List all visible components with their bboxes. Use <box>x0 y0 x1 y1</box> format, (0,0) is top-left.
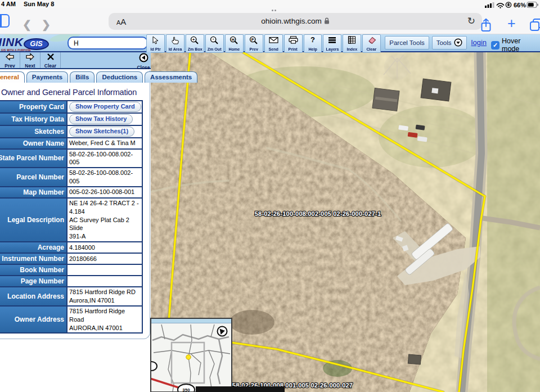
search-input[interactable] <box>68 37 148 49</box>
zoom-out-button[interactable]: - Zm Out <box>205 34 224 53</box>
hover-mode-checkbox[interactable]: ✓ <box>491 41 500 49</box>
table-row: Property Card Show Property Card <box>0 101 142 113</box>
status-indicator-dots <box>272 3 280 6</box>
table-row: Acreage 4.184000 <box>0 242 142 253</box>
overview-inset-map[interactable]: 350 <box>150 318 232 392</box>
inset-map: 350 <box>151 323 231 391</box>
row-label: Acreage <box>0 244 66 251</box>
url-text: ohioin.wthgis.com <box>261 17 321 25</box>
reload-button[interactable]: ↻ <box>467 15 475 27</box>
row-label: Location Address <box>0 292 66 300</box>
x-icon <box>47 53 55 63</box>
table-row: Page Number <box>0 276 142 287</box>
battery-icon <box>527 2 538 8</box>
login-link[interactable]: login <box>471 38 487 47</box>
tab-bills[interactable]: Bills <box>70 71 94 83</box>
tab-payments[interactable]: Payments <box>26 71 68 83</box>
layers-button[interactable]: Layers <box>323 34 341 53</box>
chevron-down-icon <box>454 38 462 48</box>
row-label: Owner Name <box>0 139 66 147</box>
row-value: 7815 Hartford Ridge RD Aurora,IN 47001 <box>67 287 142 306</box>
row-value: 7815 Hartford Ridge Road AURORA,IN 47001 <box>67 306 142 334</box>
table-row: Owner Name Weber, Fred C & Tina M <box>0 138 142 149</box>
thinkgis-logo: HINKGIS GIS WITH A PURPOSE <box>0 35 49 52</box>
new-tab-button[interactable]: + <box>507 15 516 31</box>
tab-deductions[interactable]: Deductions <box>96 71 143 83</box>
table-row: Sketches Show Sketches(1) <box>0 125 142 138</box>
zoom-box-button[interactable]: + Zm Box <box>186 34 204 53</box>
status-date: Sun May 8 <box>24 1 54 7</box>
forward-button[interactable]: ❯ <box>42 18 51 31</box>
row-label: Property Card <box>0 103 66 111</box>
table-row: Owner Address 7815 Hartford Ridge Road A… <box>0 306 142 334</box>
row-value <box>67 276 142 287</box>
send-button[interactable]: Send <box>264 34 283 53</box>
row-value: 58-02-26-100-008.002-005 <box>67 168 142 187</box>
parcel-tools-button[interactable]: Parcel Tools <box>385 36 429 49</box>
status-right-icons: 66% <box>485 1 539 8</box>
clear-selection-button[interactable]: Clear <box>40 52 61 68</box>
tab-assessments[interactable]: Assessments <box>145 71 197 83</box>
zoom-prev-icon: P <box>249 36 258 47</box>
close-panel-button[interactable]: Close <box>136 52 151 68</box>
svg-text:350: 350 <box>182 388 190 391</box>
printer-icon <box>289 36 298 46</box>
arrow-left-icon <box>5 53 15 63</box>
home-button[interactable]: H Home <box>225 34 244 53</box>
id-area-button[interactable]: Id Area <box>166 34 184 53</box>
show-sketches-button[interactable]: Show Sketches(1) <box>69 127 134 137</box>
tools-button[interactable]: Tools <box>432 36 467 49</box>
table-row: Map Number 005-02-26-100-008-001 <box>0 187 142 198</box>
row-value: 005-02-26-100-008-001 <box>67 187 142 198</box>
tab-general[interactable]: General <box>0 71 25 83</box>
tabs-overview-icon[interactable] <box>530 19 540 33</box>
hover-mode-label: Hover mode <box>502 37 540 53</box>
table-row: Book Number <box>0 264 142 276</box>
index-grid-icon <box>348 36 356 46</box>
index-button[interactable]: Index <box>343 34 361 53</box>
show-property-card-button[interactable]: Show Property Card <box>69 102 141 112</box>
hand-icon <box>170 36 179 47</box>
layers-icon <box>328 36 336 46</box>
show-tax-history-button[interactable]: Show Tax History <box>69 114 133 124</box>
table-row: Tax History Data Show Tax History <box>0 113 142 125</box>
zoom-in-icon: + <box>190 36 199 47</box>
print-button[interactable]: Print <box>284 34 303 53</box>
row-label: State Parcel Number <box>0 154 66 162</box>
clear-button[interactable]: Clear <box>362 34 381 53</box>
map-viewport[interactable]: 58-02-26-100-008.002-005 02-26-000-027-1… <box>151 52 540 392</box>
row-label: Sketches <box>0 128 66 136</box>
svg-text:H: H <box>232 38 235 42</box>
gis-toolbar: HINKGIS GIS WITH A PURPOSE Id Ptr Id Are… <box>0 34 540 52</box>
prev-record-button[interactable]: Prev <box>0 52 20 68</box>
lock-icon <box>324 17 330 26</box>
parcel-info-table: Property Card Show Property Card Tax His… <box>0 100 143 334</box>
zoom-home-icon: H <box>230 36 238 47</box>
help-button[interactable]: ? Help <box>304 34 322 53</box>
row-label: Owner Address <box>0 316 66 323</box>
route-shield <box>151 362 157 371</box>
table-row: Parcel Number 58-02-26-100-008.002-005 <box>0 168 142 187</box>
row-label: Map Number <box>0 188 66 196</box>
url-field[interactable]: AA ohioin.wthgis.com ↻ <box>109 13 482 30</box>
prev-view-button[interactable]: P Prev <box>245 34 263 53</box>
id-ptr-button[interactable]: Id Ptr <box>146 34 165 53</box>
panel-tabs: General Payments Bills Deductions Assess… <box>0 71 150 83</box>
sidebar-toggle-icon[interactable] <box>0 14 10 28</box>
next-record-button[interactable]: Next <box>20 52 40 68</box>
page-title: Owner and General Parcel Information <box>1 88 150 97</box>
inset-titlebar <box>151 319 231 323</box>
cursor-icon <box>151 36 160 47</box>
route-shield-350: 350 <box>178 384 195 391</box>
row-value: NE 1/4 26-4-2 TRACT 2 - 4.184 AC Survey … <box>67 198 142 242</box>
row-label: Legal Description <box>0 216 66 224</box>
row-label: Book Number <box>0 266 66 274</box>
back-button[interactable]: ❮ <box>22 18 32 31</box>
status-time: 4 AM <box>1 1 16 7</box>
cellular-signal-icon <box>485 2 494 8</box>
table-row: Location Address 7815 Hartford Ridge RD … <box>0 287 142 306</box>
share-icon[interactable] <box>480 18 492 35</box>
row-label: Parcel Number <box>0 173 66 181</box>
ios-status-bar: 4 AM Sun May 8 66% <box>0 0 540 8</box>
table-row: Legal Description NE 1/4 26-4-2 TRACT 2 … <box>0 198 142 242</box>
